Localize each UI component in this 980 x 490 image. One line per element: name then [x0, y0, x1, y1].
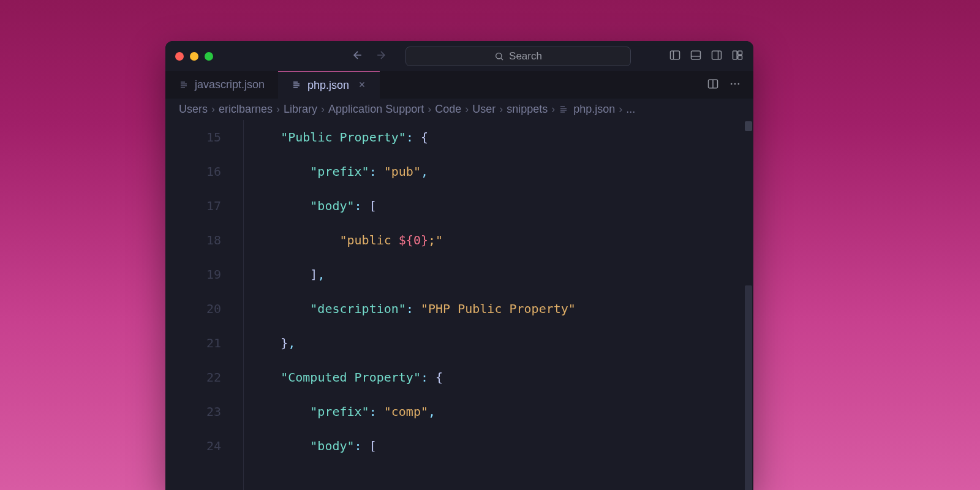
chevron-right-icon: ›: [276, 103, 280, 116]
line-number-gutter: 15161718192021222324: [165, 120, 244, 490]
svg-rect-1: [671, 51, 680, 59]
code-line[interactable]: "public ${0};": [251, 223, 753, 257]
svg-rect-3: [692, 51, 701, 59]
tab-javascript-json[interactable]: javascript.json: [165, 71, 278, 99]
line-number: 18: [165, 223, 221, 257]
line-number: 15: [165, 120, 221, 154]
breadcrumb-segment[interactable]: Application Support: [328, 103, 424, 116]
chevron-right-icon: ›: [551, 103, 555, 116]
more-actions-icon[interactable]: [729, 78, 741, 92]
chevron-right-icon: ›: [321, 103, 325, 116]
toggle-panel-icon[interactable]: [690, 49, 702, 64]
line-number: 20: [165, 292, 221, 326]
line-number: 21: [165, 326, 221, 360]
titlebar-layout-controls: [669, 49, 744, 64]
breadcrumb-trailing[interactable]: ...: [626, 103, 635, 116]
scrollbar-thumb[interactable]: [745, 285, 752, 490]
search-icon: [494, 51, 504, 61]
line-number: 22: [165, 360, 221, 394]
code-line[interactable]: "description": "PHP Public Property": [251, 292, 753, 326]
chevron-right-icon: ›: [428, 103, 431, 116]
code-editor[interactable]: 15161718192021222324 "Public Property": …: [165, 120, 753, 490]
tab-bar: javascript.json php.json: [165, 71, 753, 99]
svg-rect-5: [712, 51, 722, 59]
code-area[interactable]: "Public Property": { "prefix": "pub", "b…: [244, 120, 753, 490]
svg-point-12: [731, 83, 733, 85]
scrollbar-overview-marker: [745, 121, 752, 131]
chevron-right-icon: ›: [465, 103, 469, 116]
line-number: 17: [165, 189, 221, 223]
search-placeholder: Search: [509, 50, 542, 62]
code-line[interactable]: "body": [: [251, 189, 753, 223]
window-controls: [175, 52, 213, 61]
command-center-search[interactable]: Search: [405, 47, 631, 66]
minimize-window-button[interactable]: [190, 52, 198, 61]
file-icon: [179, 80, 189, 90]
file-icon: [559, 105, 568, 115]
maximize-window-button[interactable]: [205, 52, 213, 61]
code-line[interactable]: "Computed Property": {: [251, 360, 753, 394]
line-number: 24: [165, 429, 221, 463]
breadcrumb-file[interactable]: php.json: [559, 103, 615, 116]
breadcrumb-segment[interactable]: User: [472, 103, 496, 116]
svg-point-13: [734, 83, 736, 85]
breadcrumb-segment[interactable]: Users: [179, 103, 208, 116]
titlebar: Search: [165, 41, 753, 71]
line-number: 16: [165, 154, 221, 189]
line-number: 19: [165, 257, 221, 292]
code-line[interactable]: ],: [251, 257, 753, 292]
toggle-primary-sidebar-icon[interactable]: [669, 49, 681, 64]
svg-rect-8: [738, 51, 742, 55]
close-tab-button[interactable]: [358, 79, 366, 92]
chevron-right-icon: ›: [211, 103, 215, 116]
breadcrumb-segment[interactable]: Library: [284, 103, 317, 116]
nav-history: [352, 49, 387, 64]
customize-layout-icon[interactable]: [731, 49, 744, 64]
breadcrumb[interactable]: Users› ericlbarnes› Library› Application…: [165, 99, 753, 120]
code-line[interactable]: "prefix": "pub",: [251, 154, 753, 189]
nav-forward-button[interactable]: [375, 49, 387, 64]
tab-label: php.json: [307, 79, 349, 92]
chevron-right-icon: ›: [499, 103, 503, 116]
svg-rect-9: [738, 55, 742, 59]
breadcrumb-segment[interactable]: Code: [435, 103, 461, 116]
line-number: 23: [165, 394, 221, 429]
vertical-scrollbar[interactable]: [745, 121, 752, 490]
editor-window: Search javascript.json php.json Users›: [165, 41, 753, 490]
tab-label: javascript.json: [195, 78, 265, 91]
code-line[interactable]: "body": [: [251, 429, 753, 463]
close-window-button[interactable]: [175, 52, 184, 61]
svg-point-0: [496, 53, 502, 58]
code-line[interactable]: "Public Property": {: [251, 120, 753, 154]
file-icon: [292, 80, 301, 90]
svg-rect-7: [733, 51, 737, 59]
tab-php-json[interactable]: php.json: [278, 71, 380, 99]
code-line[interactable]: "prefix": "comp",: [251, 394, 753, 429]
code-line[interactable]: },: [251, 326, 753, 360]
toggle-secondary-sidebar-icon[interactable]: [710, 49, 723, 64]
chevron-right-icon: ›: [619, 103, 622, 116]
svg-point-14: [738, 83, 740, 85]
breadcrumb-segment[interactable]: snippets: [507, 103, 548, 116]
breadcrumb-segment[interactable]: ericlbarnes: [219, 103, 273, 116]
nav-back-button[interactable]: [352, 49, 364, 64]
close-icon: [358, 80, 366, 89]
split-editor-icon[interactable]: [707, 78, 719, 92]
